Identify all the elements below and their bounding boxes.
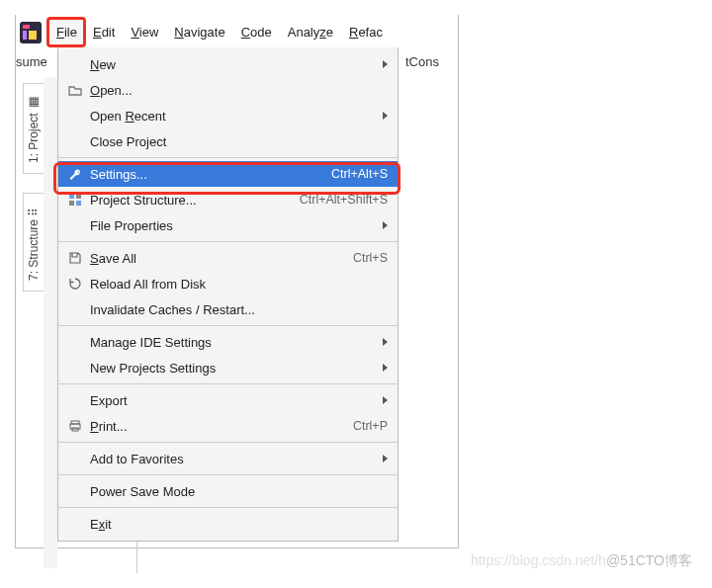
svg-rect-7: [76, 201, 81, 206]
svg-rect-6: [69, 201, 74, 206]
submenu-arrow-icon: [383, 221, 388, 229]
menuitem-open-recent[interactable]: Open Recent: [58, 103, 398, 128]
submenu-arrow-icon: [383, 60, 388, 68]
menuitem-file-properties[interactable]: File Properties: [58, 212, 398, 238]
menuitem-new-projects-settings[interactable]: New Projects Settings: [58, 355, 398, 380]
save-icon: [64, 251, 86, 265]
menuitem-power-save[interactable]: Power Save Mode: [58, 478, 398, 504]
menuitem-add-favorites[interactable]: Add to Favorites: [58, 446, 398, 471]
submenu-arrow-icon: [383, 455, 388, 462]
breadcrumb-left-fragment: sume: [16, 54, 47, 69]
menuitem-export[interactable]: Export: [58, 387, 398, 413]
menu-file[interactable]: File: [48, 21, 85, 43]
svg-rect-1: [23, 25, 30, 29]
menu-separator: [58, 442, 398, 443]
submenu-arrow-icon: [383, 338, 388, 346]
menu-code[interactable]: Code: [233, 21, 280, 43]
menuitem-save-all[interactable]: Save All Ctrl+S: [58, 245, 398, 271]
menuitem-new[interactable]: New: [58, 51, 398, 77]
submenu-arrow-icon: [383, 396, 388, 404]
menu-separator: [58, 241, 398, 242]
menu-separator: [58, 383, 398, 384]
menuitem-exit[interactable]: Exit: [58, 511, 398, 537]
toolwindow-tab-project[interactable]: 1: Project ▦: [23, 83, 44, 174]
menu-separator: [58, 157, 398, 158]
svg-rect-4: [69, 194, 74, 199]
menu-separator: [58, 325, 398, 326]
menu-separator: [58, 507, 398, 508]
breadcrumb-right-fragment: tCons: [405, 54, 439, 69]
watermark: https://blog.csdn.net/h@51CTO博客: [471, 552, 692, 570]
menubar: File Edit View Navigate Code Analyze Ref…: [20, 19, 391, 45]
toolwindow-tab-structure[interactable]: 7: Structure ⠿: [23, 193, 44, 292]
submenu-arrow-icon: [383, 112, 388, 120]
svg-rect-3: [29, 31, 37, 40]
submenu-arrow-icon: [383, 364, 388, 372]
menuitem-settings[interactable]: Settings... Ctrl+Alt+S: [58, 161, 398, 187]
svg-rect-5: [76, 194, 81, 199]
menu-view[interactable]: View: [123, 21, 166, 43]
menuitem-close-project[interactable]: Close Project: [58, 128, 398, 154]
menuitem-print[interactable]: Print... Ctrl+P: [58, 413, 398, 439]
print-icon: [64, 419, 86, 433]
reload-icon: [64, 277, 86, 291]
menu-navigate[interactable]: Navigate: [166, 21, 232, 43]
menu-edit[interactable]: Edit: [85, 21, 123, 43]
svg-rect-2: [23, 31, 27, 40]
menuitem-reload[interactable]: Reload All from Disk: [58, 271, 398, 296]
menu-refactor[interactable]: Refac: [341, 21, 391, 43]
menuitem-project-structure[interactable]: Project Structure... Ctrl+Alt+Shift+S: [58, 187, 398, 212]
folder-open-icon: [64, 83, 86, 97]
wrench-icon: [64, 167, 86, 181]
tool-window-sidebar: [44, 77, 57, 568]
file-menu-dropdown: New Open... Open Recent Close Project Se…: [57, 47, 399, 542]
menuitem-invalidate[interactable]: Invalidate Caches / Restart...: [58, 296, 398, 322]
menuitem-manage-ide[interactable]: Manage IDE Settings: [58, 329, 398, 355]
menu-separator: [58, 474, 398, 475]
project-structure-icon: [64, 193, 86, 207]
ide-app-icon: [20, 22, 42, 43]
menuitem-open[interactable]: Open...: [58, 77, 398, 103]
menu-analyze[interactable]: Analyze: [280, 21, 341, 43]
